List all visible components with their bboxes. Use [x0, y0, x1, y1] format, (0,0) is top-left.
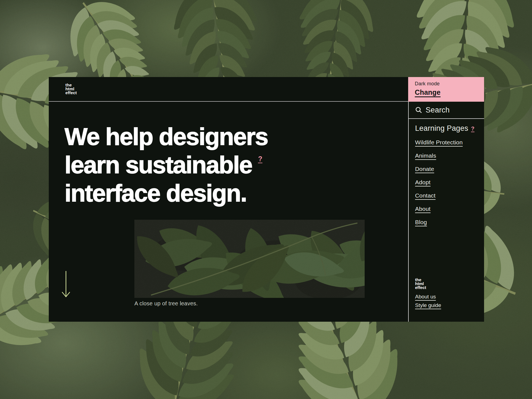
search-button[interactable]: Search	[409, 102, 484, 119]
theme-mode-label: Dark mode	[415, 81, 477, 87]
figure-caption: A close up of tree leaves.	[134, 300, 365, 307]
site-card: the html effect We help designers learn …	[49, 77, 484, 322]
sidebar-link-wildlife-protection[interactable]: Wildlife Protection	[415, 139, 477, 145]
sidebar-link-blog[interactable]: Blog	[415, 219, 477, 225]
sidebar-link-donate[interactable]: Donate	[415, 166, 477, 172]
learning-pages-nav: Learning Pages? Wildlife Protection Anim…	[409, 119, 484, 232]
scroll-down-arrow-icon	[61, 270, 71, 299]
nav-heading: Learning Pages?	[415, 124, 477, 133]
footer-link-about-us[interactable]: About us	[415, 294, 477, 300]
sidebar-footer: the html effect About us Style guide	[409, 278, 484, 322]
sidebar: Dark mode Change Search Learning Pages? …	[408, 77, 484, 322]
sidebar-link-adopt[interactable]: Adopt	[415, 179, 477, 185]
logo-line: effect	[65, 90, 77, 95]
search-label: Search	[426, 106, 450, 114]
nav-heading-annotation-link[interactable]: ?	[471, 126, 474, 132]
search-icon	[415, 106, 422, 114]
tree-leaves-image	[134, 220, 365, 298]
heading-line-3: interface design.	[65, 179, 247, 207]
theme-switcher-panel: Dark mode Change	[408, 77, 484, 102]
hero-figure: A close up of tree leaves.	[134, 220, 365, 307]
sidebar-link-about[interactable]: About	[415, 206, 477, 212]
heading-annotation-link[interactable]: ?	[258, 155, 262, 163]
site-logo[interactable]: the html effect	[65, 83, 77, 95]
page-title: We help designers learn sustainable? int…	[65, 122, 268, 207]
footer-logo: the html effect	[415, 278, 477, 290]
heading-line-2: learn sustainable	[65, 151, 252, 178]
footer-link-style-guide[interactable]: Style guide	[415, 303, 477, 308]
logo-line: effect	[415, 285, 426, 290]
sidebar-lower: Search Learning Pages? Wildlife Protecti…	[408, 102, 484, 322]
theme-change-link[interactable]: Change	[415, 88, 441, 97]
main-content: the html effect We help designers learn …	[49, 77, 408, 322]
nav-heading-text: Learning Pages	[415, 124, 468, 132]
heading-line-1: We help designers	[65, 123, 268, 150]
sidebar-link-contact[interactable]: Contact	[415, 193, 477, 199]
sidebar-link-animals[interactable]: Animals	[415, 153, 477, 159]
main-header: the html effect	[49, 77, 408, 102]
